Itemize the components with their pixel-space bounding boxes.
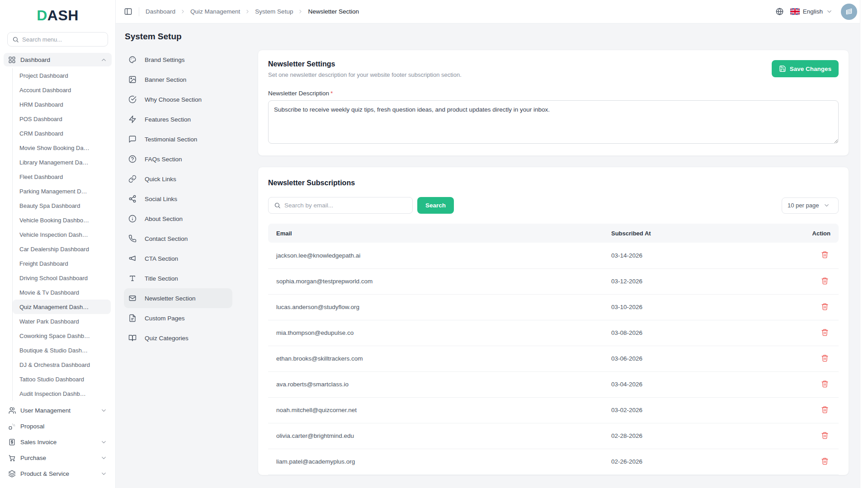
sidebar-search[interactable] — [7, 32, 108, 47]
section-nav-item-about-section[interactable]: About Section — [124, 209, 232, 229]
sidebar-subitem[interactable]: Library Management Da… — [13, 155, 112, 169]
section-nav-label: Social Links — [145, 196, 177, 202]
chevron-down-icon — [100, 470, 107, 477]
page-scrollbar[interactable] — [860, 0, 868, 488]
search-button[interactable]: Search — [417, 197, 454, 214]
section-nav-item-newsletter-section[interactable]: Newsletter Section — [124, 288, 232, 308]
section-nav-item-cta-section[interactable]: CTA Section — [124, 249, 232, 268]
delete-subscription-button[interactable] — [819, 301, 830, 314]
info-icon — [128, 215, 137, 223]
logo-accent-letter: D — [37, 7, 47, 23]
sidebar-subitem[interactable]: Movie Show Booking Da… — [13, 141, 112, 155]
language-selector[interactable]: English — [790, 8, 833, 15]
sidebar-item-purchase[interactable]: Purchase — [4, 450, 112, 466]
sidebar-subitem[interactable]: Driving School Dashboard — [13, 271, 112, 285]
save-changes-button[interactable]: Save Changes — [772, 60, 839, 77]
section-nav-item-quiz-categories[interactable]: Quiz Categories — [124, 328, 232, 348]
subscriptions-card-title: Newsletter Subscriptions — [268, 179, 839, 187]
app-root: DASH Dashboard Project DashboardAccount … — [0, 0, 868, 488]
avatar[interactable] — [841, 4, 857, 20]
sidebar-subitem[interactable]: Project Dashboard — [13, 68, 112, 83]
sidebar-subitem[interactable]: Quiz Management Dash… — [13, 300, 111, 314]
sidebar-item-sales-invoice[interactable]: Sales Invoice — [4, 434, 112, 450]
action-cell — [789, 243, 839, 268]
book-open-icon — [128, 334, 137, 342]
trash-icon — [821, 457, 829, 465]
sidebar-subitem-label: Library Management Da… — [19, 159, 88, 166]
sidebar-item-user-management[interactable]: User Management — [4, 403, 112, 418]
section-nav-label: Quick Links — [145, 176, 176, 183]
sidebar-subitem[interactable]: Fleet Dashboard — [13, 169, 112, 184]
logo-rest: ASH — [47, 7, 79, 23]
sidebar-toggle-button[interactable] — [124, 7, 132, 16]
sidebar-subitem[interactable]: Coworking Space Dashb… — [13, 328, 112, 343]
sidebar-subitem[interactable]: Vehicle Booking Dashbo… — [13, 213, 112, 227]
delete-subscription-button[interactable] — [819, 378, 830, 391]
per-page-select[interactable]: 10 per page — [782, 197, 839, 214]
sidebar-search-input[interactable] — [22, 36, 103, 43]
breadcrumb-item[interactable]: Dashboard — [146, 8, 175, 15]
sidebar-subitem[interactable]: DJ & Orchestra Dashboard — [13, 357, 112, 372]
breadcrumb-item[interactable]: Quiz Management — [190, 8, 240, 15]
globe-button[interactable] — [775, 7, 784, 16]
delete-subscription-button[interactable] — [819, 404, 830, 417]
grid-icon — [8, 56, 16, 64]
trash-icon — [821, 251, 829, 258]
sidebar-subitem[interactable]: Freight Dashboard — [13, 256, 112, 271]
section-nav-item-contact-section[interactable]: Contact Section — [124, 229, 232, 249]
chevron-right-icon — [180, 9, 186, 14]
sidebar-subitem[interactable]: Audit Inspection Dashb… — [13, 386, 112, 401]
action-cell — [789, 346, 839, 371]
action-cell — [789, 397, 839, 423]
section-nav-label: CTA Section — [145, 255, 178, 262]
sidebar-subitem[interactable]: Boutique & Studio Dash… — [13, 343, 112, 357]
settings-head-text: Newsletter Settings Set one newsletter d… — [268, 60, 462, 78]
section-nav-item-faqs-section[interactable]: FAQs Section — [124, 149, 232, 169]
sidebar-nav: Dashboard Project DashboardAccount Dashb… — [0, 52, 115, 482]
section-nav-item-features-section[interactable]: Features Section — [124, 109, 232, 129]
sidebar-subitem[interactable]: Vehicle Inspection Dash… — [13, 227, 112, 242]
sidebar-subitem[interactable]: Water Park Dashboard — [13, 314, 112, 328]
email-search-input[interactable] — [284, 202, 407, 209]
cards-column: Newsletter Settings Set one newsletter d… — [258, 50, 849, 475]
per-page-label: 10 per page — [788, 202, 819, 209]
sidebar-subitem[interactable]: Parking Management D… — [13, 184, 112, 198]
sidebar-subitem[interactable]: Movie & Tv Dashboard — [13, 285, 112, 300]
megaphone-icon — [128, 254, 137, 263]
delete-subscription-button[interactable] — [819, 430, 830, 442]
section-nav-item-social-links[interactable]: Social Links — [124, 189, 232, 209]
delete-subscription-button[interactable] — [819, 327, 830, 339]
layers-icon — [8, 470, 16, 478]
section-nav-item-brand-settings[interactable]: Brand Settings — [124, 50, 232, 70]
delete-subscription-button[interactable] — [819, 352, 830, 365]
section-nav-item-why-choose-section[interactable]: Why Choose Section — [124, 89, 232, 109]
sidebar-subitem[interactable]: POS Dashboard — [13, 112, 112, 126]
section-nav-item-custom-pages[interactable]: Custom Pages — [124, 308, 232, 328]
section-nav-label: Title Section — [145, 275, 178, 282]
sidebar-subitem[interactable]: HRM Dashboard — [13, 97, 112, 112]
sidebar-item-proposal[interactable]: Proposal — [4, 418, 112, 434]
subscribed-at-cell: 03-04-2026 — [603, 371, 789, 397]
delete-subscription-button[interactable] — [819, 249, 830, 262]
email-search-box[interactable] — [268, 197, 413, 214]
help-circle-icon — [128, 155, 137, 163]
topbar: DashboardQuiz ManagementSystem SetupNews… — [116, 0, 868, 23]
chevron-down-icon — [826, 8, 833, 15]
breadcrumb: DashboardQuiz ManagementSystem SetupNews… — [146, 8, 359, 15]
section-nav-item-title-section[interactable]: Title Section — [124, 268, 232, 288]
sidebar-subitem[interactable]: Tattoo Studio Dashboard — [13, 372, 112, 386]
section-nav-item-testimonial-section[interactable]: Testimonial Section — [124, 129, 232, 149]
sidebar-item-dashboard[interactable]: Dashboard — [4, 53, 112, 66]
section-nav-item-banner-section[interactable]: Banner Section — [124, 70, 232, 89]
main-content: System Setup Brand SettingsBanner Sectio… — [116, 23, 860, 488]
sidebar-subitem[interactable]: Account Dashboard — [13, 83, 112, 97]
sidebar-subitem[interactable]: CRM Dashboard — [13, 126, 112, 141]
breadcrumb-item[interactable]: System Setup — [255, 8, 293, 15]
sidebar-subitem[interactable]: Car Dealership Dashboard — [13, 242, 112, 256]
sidebar-item-product-service[interactable]: Product & Service — [4, 466, 112, 482]
delete-subscription-button[interactable] — [819, 275, 830, 288]
section-nav-item-quick-links[interactable]: Quick Links — [124, 169, 232, 189]
delete-subscription-button[interactable] — [819, 455, 830, 468]
newsletter-description-textarea[interactable]: Subscribe to receive weekly quiz tips, f… — [268, 100, 839, 144]
sidebar-subitem[interactable]: Beauty Spa Dashboard — [13, 198, 112, 213]
